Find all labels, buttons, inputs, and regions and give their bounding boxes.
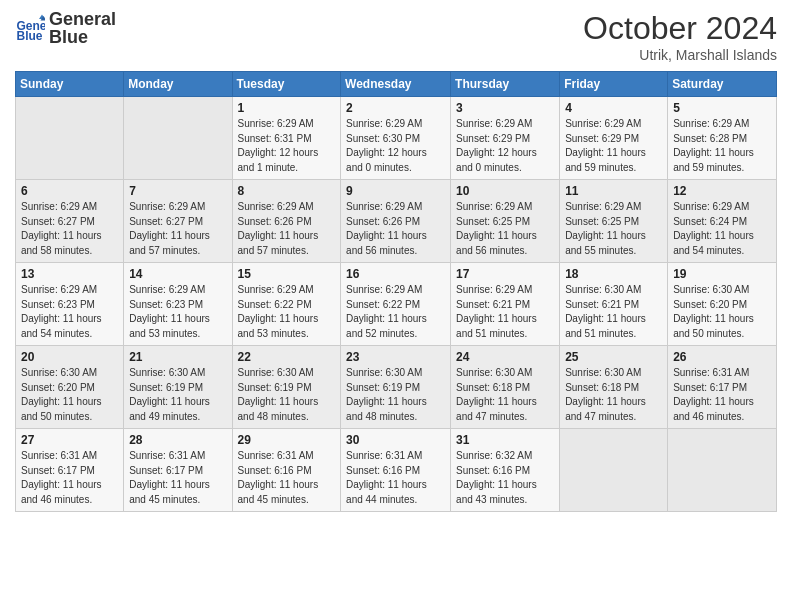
day-cell (560, 429, 668, 512)
day-cell: 9Sunrise: 6:29 AM Sunset: 6:26 PM Daylig… (341, 180, 451, 263)
logo-line2: Blue (49, 28, 116, 46)
day-number: 4 (565, 101, 662, 115)
day-cell: 27Sunrise: 6:31 AM Sunset: 6:17 PM Dayli… (16, 429, 124, 512)
day-detail: Sunrise: 6:29 AM Sunset: 6:27 PM Dayligh… (129, 200, 226, 258)
logo-line1: General (49, 10, 116, 28)
day-cell: 29Sunrise: 6:31 AM Sunset: 6:16 PM Dayli… (232, 429, 341, 512)
day-cell: 18Sunrise: 6:30 AM Sunset: 6:21 PM Dayli… (560, 263, 668, 346)
day-number: 27 (21, 433, 118, 447)
day-number: 20 (21, 350, 118, 364)
day-cell: 21Sunrise: 6:30 AM Sunset: 6:19 PM Dayli… (124, 346, 232, 429)
day-detail: Sunrise: 6:29 AM Sunset: 6:29 PM Dayligh… (565, 117, 662, 175)
day-detail: Sunrise: 6:29 AM Sunset: 6:24 PM Dayligh… (673, 200, 771, 258)
day-number: 9 (346, 184, 445, 198)
page-header: General Blue General Blue October 2024 U… (15, 10, 777, 63)
day-cell: 1Sunrise: 6:29 AM Sunset: 6:31 PM Daylig… (232, 97, 341, 180)
day-detail: Sunrise: 6:29 AM Sunset: 6:30 PM Dayligh… (346, 117, 445, 175)
day-detail: Sunrise: 6:29 AM Sunset: 6:27 PM Dayligh… (21, 200, 118, 258)
day-number: 25 (565, 350, 662, 364)
weekday-header-row: SundayMondayTuesdayWednesdayThursdayFrid… (16, 72, 777, 97)
weekday-header-wednesday: Wednesday (341, 72, 451, 97)
day-detail: Sunrise: 6:30 AM Sunset: 6:18 PM Dayligh… (565, 366, 662, 424)
location: Utrik, Marshall Islands (583, 47, 777, 63)
day-number: 2 (346, 101, 445, 115)
day-detail: Sunrise: 6:30 AM Sunset: 6:19 PM Dayligh… (129, 366, 226, 424)
day-number: 8 (238, 184, 336, 198)
day-number: 12 (673, 184, 771, 198)
day-number: 10 (456, 184, 554, 198)
day-number: 26 (673, 350, 771, 364)
day-number: 31 (456, 433, 554, 447)
logo-text: General Blue (49, 10, 116, 46)
day-number: 24 (456, 350, 554, 364)
weekday-header-friday: Friday (560, 72, 668, 97)
day-number: 23 (346, 350, 445, 364)
weekday-header-thursday: Thursday (451, 72, 560, 97)
day-cell (16, 97, 124, 180)
day-cell (668, 429, 777, 512)
day-detail: Sunrise: 6:29 AM Sunset: 6:22 PM Dayligh… (346, 283, 445, 341)
week-row-1: 1Sunrise: 6:29 AM Sunset: 6:31 PM Daylig… (16, 97, 777, 180)
day-cell: 30Sunrise: 6:31 AM Sunset: 6:16 PM Dayli… (341, 429, 451, 512)
day-cell: 11Sunrise: 6:29 AM Sunset: 6:25 PM Dayli… (560, 180, 668, 263)
week-row-2: 6Sunrise: 6:29 AM Sunset: 6:27 PM Daylig… (16, 180, 777, 263)
day-detail: Sunrise: 6:31 AM Sunset: 6:17 PM Dayligh… (21, 449, 118, 507)
day-detail: Sunrise: 6:31 AM Sunset: 6:17 PM Dayligh… (129, 449, 226, 507)
day-number: 29 (238, 433, 336, 447)
day-cell: 20Sunrise: 6:30 AM Sunset: 6:20 PM Dayli… (16, 346, 124, 429)
day-cell: 16Sunrise: 6:29 AM Sunset: 6:22 PM Dayli… (341, 263, 451, 346)
day-cell: 28Sunrise: 6:31 AM Sunset: 6:17 PM Dayli… (124, 429, 232, 512)
day-detail: Sunrise: 6:31 AM Sunset: 6:17 PM Dayligh… (673, 366, 771, 424)
day-detail: Sunrise: 6:30 AM Sunset: 6:20 PM Dayligh… (21, 366, 118, 424)
day-number: 13 (21, 267, 118, 281)
day-detail: Sunrise: 6:29 AM Sunset: 6:28 PM Dayligh… (673, 117, 771, 175)
day-cell: 13Sunrise: 6:29 AM Sunset: 6:23 PM Dayli… (16, 263, 124, 346)
day-detail: Sunrise: 6:31 AM Sunset: 6:16 PM Dayligh… (346, 449, 445, 507)
day-detail: Sunrise: 6:31 AM Sunset: 6:16 PM Dayligh… (238, 449, 336, 507)
day-cell: 31Sunrise: 6:32 AM Sunset: 6:16 PM Dayli… (451, 429, 560, 512)
day-detail: Sunrise: 6:30 AM Sunset: 6:18 PM Dayligh… (456, 366, 554, 424)
day-number: 14 (129, 267, 226, 281)
calendar-table: SundayMondayTuesdayWednesdayThursdayFrid… (15, 71, 777, 512)
day-number: 17 (456, 267, 554, 281)
weekday-header-sunday: Sunday (16, 72, 124, 97)
month-year: October 2024 (583, 10, 777, 47)
day-detail: Sunrise: 6:30 AM Sunset: 6:19 PM Dayligh… (238, 366, 336, 424)
weekday-header-tuesday: Tuesday (232, 72, 341, 97)
day-detail: Sunrise: 6:29 AM Sunset: 6:22 PM Dayligh… (238, 283, 336, 341)
day-detail: Sunrise: 6:29 AM Sunset: 6:31 PM Dayligh… (238, 117, 336, 175)
day-number: 21 (129, 350, 226, 364)
day-cell: 15Sunrise: 6:29 AM Sunset: 6:22 PM Dayli… (232, 263, 341, 346)
day-cell: 12Sunrise: 6:29 AM Sunset: 6:24 PM Dayli… (668, 180, 777, 263)
day-detail: Sunrise: 6:29 AM Sunset: 6:29 PM Dayligh… (456, 117, 554, 175)
day-detail: Sunrise: 6:29 AM Sunset: 6:23 PM Dayligh… (129, 283, 226, 341)
day-number: 6 (21, 184, 118, 198)
day-detail: Sunrise: 6:29 AM Sunset: 6:26 PM Dayligh… (346, 200, 445, 258)
day-number: 3 (456, 101, 554, 115)
day-cell: 2Sunrise: 6:29 AM Sunset: 6:30 PM Daylig… (341, 97, 451, 180)
day-cell: 3Sunrise: 6:29 AM Sunset: 6:29 PM Daylig… (451, 97, 560, 180)
logo-icon: General Blue (15, 13, 45, 43)
weekday-header-monday: Monday (124, 72, 232, 97)
day-cell: 7Sunrise: 6:29 AM Sunset: 6:27 PM Daylig… (124, 180, 232, 263)
day-detail: Sunrise: 6:32 AM Sunset: 6:16 PM Dayligh… (456, 449, 554, 507)
day-number: 1 (238, 101, 336, 115)
week-row-5: 27Sunrise: 6:31 AM Sunset: 6:17 PM Dayli… (16, 429, 777, 512)
day-cell: 6Sunrise: 6:29 AM Sunset: 6:27 PM Daylig… (16, 180, 124, 263)
day-number: 28 (129, 433, 226, 447)
day-detail: Sunrise: 6:30 AM Sunset: 6:20 PM Dayligh… (673, 283, 771, 341)
day-number: 16 (346, 267, 445, 281)
day-number: 22 (238, 350, 336, 364)
day-detail: Sunrise: 6:29 AM Sunset: 6:26 PM Dayligh… (238, 200, 336, 258)
day-number: 7 (129, 184, 226, 198)
day-number: 19 (673, 267, 771, 281)
day-number: 30 (346, 433, 445, 447)
week-row-3: 13Sunrise: 6:29 AM Sunset: 6:23 PM Dayli… (16, 263, 777, 346)
svg-text:Blue: Blue (17, 29, 43, 43)
day-cell: 19Sunrise: 6:30 AM Sunset: 6:20 PM Dayli… (668, 263, 777, 346)
day-cell: 25Sunrise: 6:30 AM Sunset: 6:18 PM Dayli… (560, 346, 668, 429)
week-row-4: 20Sunrise: 6:30 AM Sunset: 6:20 PM Dayli… (16, 346, 777, 429)
weekday-header-saturday: Saturday (668, 72, 777, 97)
day-number: 11 (565, 184, 662, 198)
day-detail: Sunrise: 6:30 AM Sunset: 6:21 PM Dayligh… (565, 283, 662, 341)
